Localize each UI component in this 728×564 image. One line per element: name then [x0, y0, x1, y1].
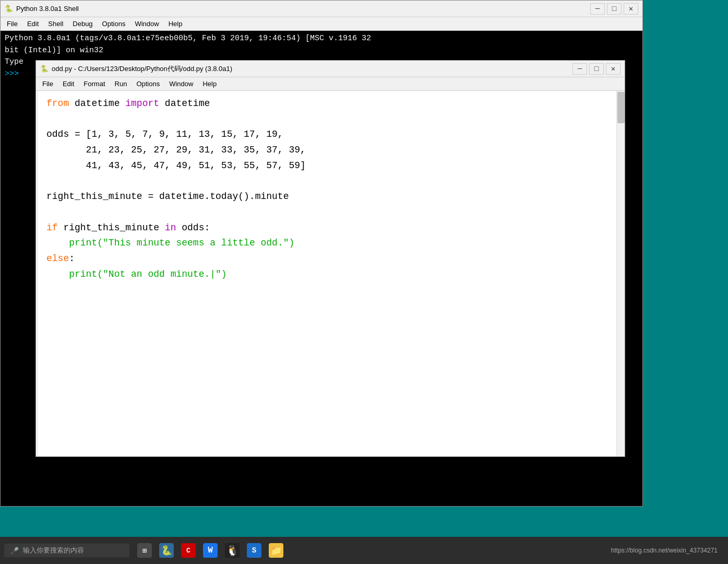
taskbar-csdn-icon[interactable]: C: [177, 539, 199, 561]
keyword-in: in: [165, 222, 176, 233]
editor-menu-format[interactable]: Format: [79, 79, 109, 89]
tencent-icon: 🐧: [225, 543, 240, 558]
task-manager-icon: ⊞: [137, 543, 152, 558]
code-line-blank-2: [46, 173, 608, 189]
string-not-odd: ("Not an odd minute.|"): [97, 269, 226, 279]
code-line-12: print("Not an odd minute.|"): [46, 267, 608, 283]
shell-title-text: Python 3.8.0a1 Shell: [16, 5, 79, 13]
editor-menu-edit[interactable]: Edit: [58, 79, 78, 89]
code-line-9: if right_this_minute in odds:: [46, 220, 608, 236]
editor-minimize-button[interactable]: ─: [572, 63, 587, 75]
code-text: datetime: [159, 98, 210, 109]
keyword-import: import: [125, 98, 159, 109]
taskbar-python-icon[interactable]: 🐍: [156, 539, 177, 561]
code-text: right_this_minute = datetime.today().min…: [46, 191, 289, 202]
shell-menu-window[interactable]: Window: [130, 19, 163, 29]
code-text: 21, 23, 25, 27, 29, 31, 33, 35, 37, 39,: [46, 145, 306, 155]
shell-titlebar: 🐍 Python 3.8.0a1 Shell ─ □ ✕: [1, 1, 642, 17]
code-line-blank-3: [46, 205, 608, 220]
shell-minimize-button[interactable]: ─: [590, 3, 605, 15]
shell-restore-button[interactable]: □: [607, 3, 622, 15]
taskbar-wps-icon[interactable]: W: [199, 539, 221, 561]
shell-menu-file[interactable]: File: [3, 19, 22, 29]
code-line-10: print("This minute seems a little odd."): [46, 236, 608, 251]
code-text: odds = [1, 3, 5, 7, 9, 11, 13, 15, 17, 1…: [46, 129, 283, 139]
editor-title-text: odd.py - C:/Users/123/Desktop/Python代码/o…: [52, 64, 232, 74]
code-line-4: 21, 23, 25, 27, 29, 31, 33, 35, 37, 39,: [46, 143, 608, 158]
code-line-1: from datetime import datetime: [46, 96, 608, 112]
code-text: datetime: [69, 98, 125, 109]
taskbar-search-text: 输入你要搜索的内容: [23, 546, 84, 555]
editor-window: 🐍 odd.py - C:/Users/123/Desktop/Python代码…: [35, 60, 625, 457]
shell-line2: bit (Intel)] on win32: [5, 45, 638, 57]
shell-prompt: >>>: [5, 69, 19, 78]
code-area: from datetime import datetime odds = [1,…: [36, 91, 625, 456]
code-line-5: 41, 43, 45, 47, 49, 51, 53, 55, 57, 59]: [46, 158, 608, 174]
shell-menu-edit[interactable]: Edit: [23, 19, 43, 29]
code-text: [46, 269, 69, 279]
shell-menu-shell[interactable]: Shell: [44, 19, 67, 29]
explorer-icon: 📁: [269, 543, 283, 558]
scrollbar-thumb[interactable]: [617, 92, 625, 123]
code-text: 41, 43, 45, 47, 49, 51, 53, 55, 57, 59]: [46, 160, 306, 171]
string-odd: ("This minute seems a little odd."): [97, 238, 294, 248]
code-line-7: right_this_minute = datetime.today().min…: [46, 189, 608, 205]
code-line-blank-1: [46, 112, 608, 127]
taskbar-search-area[interactable]: 🎤 输入你要搜索的内容: [4, 544, 129, 557]
editor-python-icon: 🐍: [40, 65, 49, 73]
wps-icon: W: [203, 543, 218, 558]
keyword-if: if: [46, 222, 58, 233]
shell-menu-options[interactable]: Options: [98, 19, 130, 29]
shell-controls: ─ □ ✕: [590, 3, 638, 15]
taskbar: 🎤 输入你要搜索的内容 ⊞ 🐍 C W 🐧 S 📁 https://blog.c…: [0, 537, 728, 564]
code-text: :: [69, 253, 75, 264]
editor-menu-run[interactable]: Run: [111, 79, 132, 89]
shell-python-icon: 🐍: [5, 5, 13, 13]
editor-title-left: 🐍 odd.py - C:/Users/123/Desktop/Python代码…: [40, 64, 232, 74]
taskbar-taskmgr-icon[interactable]: ⊞: [134, 539, 156, 561]
taskbar-tencent-icon[interactable]: 🐧: [221, 539, 243, 561]
taskbar-explorer-icon[interactable]: 📁: [265, 539, 287, 561]
editor-scrollbar[interactable]: [616, 91, 625, 456]
python-taskbar-icon: 🐍: [159, 543, 174, 558]
code-line-3: odds = [1, 3, 5, 7, 9, 11, 13, 15, 17, 1…: [46, 127, 608, 143]
csdn-icon: C: [181, 543, 196, 558]
code-text: right_this_minute: [58, 222, 165, 233]
keyword-else: else: [46, 253, 69, 264]
shell-menu-debug[interactable]: Debug: [68, 19, 97, 29]
editor-menu-options[interactable]: Options: [132, 79, 164, 89]
code-text: odds:: [176, 222, 210, 233]
code-text: [46, 238, 69, 248]
builtin-print: print: [69, 238, 97, 248]
editor-close-button[interactable]: ✕: [606, 63, 620, 75]
shell-menubar: File Edit Shell Debug Options Window Hel…: [1, 17, 642, 31]
editor-menu-window[interactable]: Window: [165, 79, 197, 89]
shell-type-text: Type: [5, 57, 23, 66]
editor-menu-help[interactable]: Help: [198, 79, 221, 89]
shell-title-left: 🐍 Python 3.8.0a1 Shell: [5, 5, 79, 13]
shell-line1: Python 3.8.0a1 (tags/v3.8.0a1:e75eeb00b5…: [5, 33, 638, 45]
editor-titlebar: 🐍 odd.py - C:/Users/123/Desktop/Python代码…: [36, 61, 625, 77]
editor-restore-button[interactable]: □: [589, 63, 604, 75]
taskbar-sogou-icon[interactable]: S: [243, 539, 265, 561]
shell-close-button[interactable]: ✕: [624, 3, 638, 15]
code-line-11: else:: [46, 251, 608, 267]
shell-menu-help[interactable]: Help: [164, 19, 187, 29]
editor-menu-file[interactable]: File: [38, 79, 57, 89]
editor-menubar: File Edit Format Run Options Window Help: [36, 77, 625, 91]
code-content[interactable]: from datetime import datetime odds = [1,…: [38, 91, 616, 456]
builtin-print-2: print: [69, 269, 97, 279]
editor-controls: ─ □ ✕: [572, 63, 620, 75]
sogou-icon: S: [247, 543, 261, 558]
mic-icon: 🎤: [10, 547, 19, 555]
taskbar-url: https://blog.csdn.net/weixin_43734271: [611, 547, 724, 554]
keyword-from: from: [46, 98, 69, 109]
